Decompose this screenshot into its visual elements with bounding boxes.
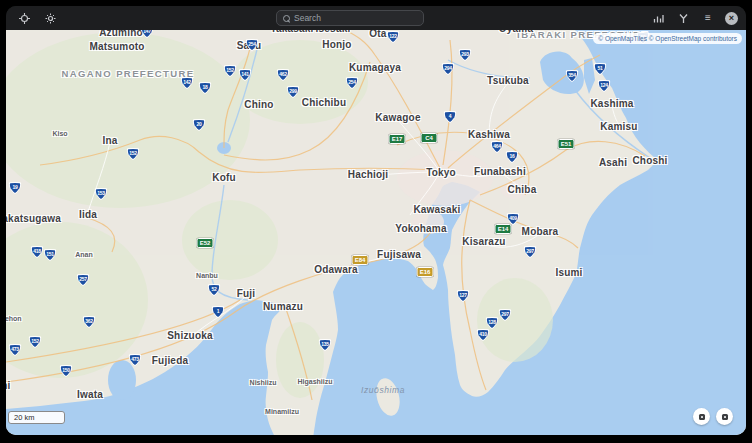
expressway-shield: C4 xyxy=(421,133,438,143)
map-control-right-button[interactable] xyxy=(716,408,733,425)
city-label: Takasaki xyxy=(270,30,313,34)
city-label: Funabashi xyxy=(474,166,526,177)
expressway-shield: E84 xyxy=(352,255,369,265)
route-shield: 418 xyxy=(31,246,44,258)
route-shield: 464 xyxy=(491,141,504,153)
expressway-shield: E17 xyxy=(389,134,406,144)
city-label: Tokyo xyxy=(426,167,456,178)
search-box[interactable] xyxy=(276,10,424,26)
locate-icon[interactable] xyxy=(16,10,32,26)
city-label: Chichibu xyxy=(302,97,346,108)
city-label: Chiba xyxy=(508,184,537,195)
route-shield: 153 xyxy=(95,188,108,200)
route-shield: 124 xyxy=(598,80,611,92)
city-label: Shizuoka xyxy=(167,330,213,341)
map-overlays: NAGANO PREFECTUREIBARAKI PREFECTUREAzumi… xyxy=(6,30,746,435)
map-canvas[interactable]: NAGANO PREFECTUREIBARAKI PREFECTUREAzumi… xyxy=(6,30,746,435)
route-shield: 127 xyxy=(457,290,470,302)
city-label: Oyama xyxy=(499,30,533,34)
route-shield: 20 xyxy=(193,119,206,131)
route-shield: 52 xyxy=(208,284,221,296)
route-shield: 152 xyxy=(127,148,140,160)
map-attribution: © OpenMapTiles © OpenStreetMap contribut… xyxy=(593,33,742,44)
town-label: Nanbu xyxy=(196,272,218,279)
expressway-shield: E52 xyxy=(197,238,214,248)
city-label: Chino xyxy=(244,99,273,110)
city-label: Kawasaki xyxy=(413,204,460,215)
city-label: Nakatsugawa xyxy=(6,213,61,224)
route-shield: 297 xyxy=(499,309,512,321)
square-icon xyxy=(722,414,728,420)
titlebar-right-controls: ≡ × xyxy=(650,6,738,30)
titlebar-left-controls xyxy=(16,6,58,30)
expressway-shield: E16 xyxy=(417,267,434,277)
city-label: Mobara xyxy=(522,226,559,237)
city-label: Asahi xyxy=(599,157,627,168)
city-label: Iwata xyxy=(77,389,103,400)
route-shield: 293 xyxy=(459,49,472,61)
route-shield: 51 xyxy=(594,63,607,75)
search-input[interactable] xyxy=(294,13,417,23)
city-label: Matsumoto xyxy=(89,41,144,52)
scale-label: 20 km xyxy=(14,413,34,422)
city-label: Kashima xyxy=(590,98,633,109)
route-shield: 141 xyxy=(239,69,252,81)
route-shield: 152 xyxy=(224,65,237,77)
city-label: Ota xyxy=(369,30,386,39)
city-label: Kisarazu xyxy=(462,236,505,247)
scale-bar: 20 km xyxy=(8,411,65,424)
city-label: Tsukuba xyxy=(487,75,529,86)
map-control-left-button[interactable] xyxy=(693,408,710,425)
city-label: Choshi xyxy=(632,155,667,166)
route-shield: 1 xyxy=(212,306,225,318)
city-label: Yokohama xyxy=(395,223,446,234)
route-shield: 152 xyxy=(29,336,42,348)
island-label: Izuōshima xyxy=(361,385,405,395)
route-shield: 122 xyxy=(387,31,400,43)
map-controls xyxy=(693,408,733,425)
city-label: Numazu xyxy=(263,301,303,312)
screen-background: ≡ × xyxy=(0,0,752,443)
city-label: Honjo xyxy=(322,39,351,50)
close-icon[interactable]: × xyxy=(725,12,738,25)
route-shield: 462 xyxy=(277,69,290,81)
menu-icon[interactable]: ≡ xyxy=(700,10,716,26)
route-shield: 354 xyxy=(566,70,579,82)
route-shield: 142 xyxy=(181,77,194,89)
route-shield: 299 xyxy=(287,86,300,98)
city-label: Kashiwa xyxy=(468,129,510,140)
titlebar: ≡ × xyxy=(6,6,746,30)
app-window: ≡ × xyxy=(6,6,746,435)
route-shield: 257 xyxy=(77,274,90,286)
settings-icon[interactable] xyxy=(42,10,58,26)
route-shield: 254 xyxy=(346,77,359,89)
city-label: Isumi xyxy=(555,267,582,278)
city-label: Odawara xyxy=(314,264,358,275)
city-label: Toyohashi xyxy=(6,380,11,391)
expressway-shield: E14 xyxy=(495,224,512,234)
city-label: Azumino xyxy=(99,30,143,38)
route-shield: 294 xyxy=(442,63,455,75)
town-label: Kiso xyxy=(52,130,67,137)
route-shield: 297 xyxy=(524,246,537,258)
city-label: Hachioji xyxy=(348,169,389,180)
expressway-shield: E51 xyxy=(558,139,575,149)
route-shield: 18 xyxy=(199,82,212,94)
route-shield: 128 xyxy=(486,317,499,329)
city-label: Iida xyxy=(79,209,97,220)
town-label: Higashiizu xyxy=(297,378,332,385)
route-shield: 19 xyxy=(9,182,22,194)
city-label: Kofu xyxy=(212,172,236,183)
route-icon[interactable] xyxy=(675,10,691,26)
town-label: Nishiizu xyxy=(250,379,277,386)
search-icon xyxy=(283,15,290,22)
route-shield: 151 xyxy=(44,249,57,261)
stats-icon[interactable] xyxy=(650,10,666,26)
town-label: Kawanehon xyxy=(6,315,22,322)
city-label: Fujieda xyxy=(152,355,188,366)
town-label: Anan xyxy=(75,251,93,258)
city-label: Kumagaya xyxy=(349,62,401,73)
route-shield: 410 xyxy=(477,329,490,341)
route-shield: 16 xyxy=(506,151,519,163)
route-shield: 473 xyxy=(129,354,142,366)
